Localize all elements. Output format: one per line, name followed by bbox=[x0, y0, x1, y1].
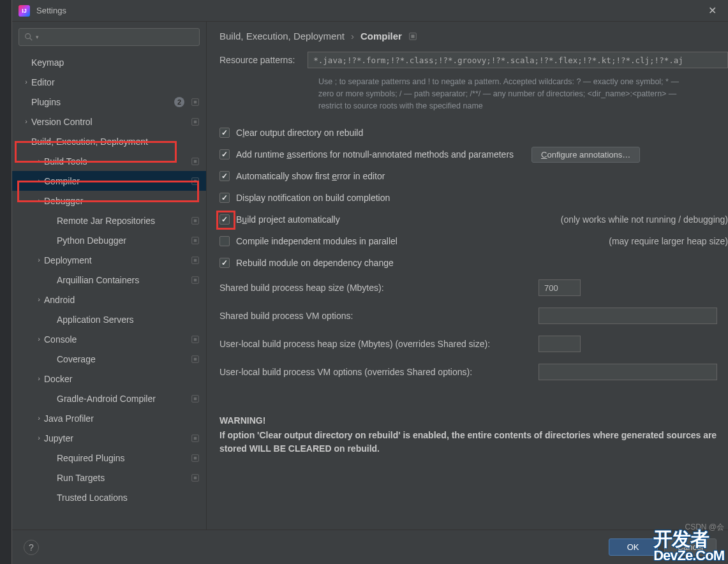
cancel-button[interactable]: Cancel bbox=[664, 538, 717, 556]
tree-item-required-plugins[interactable]: Required Plugins bbox=[12, 448, 206, 468]
checkbox-label: Clear output directory on rebuild bbox=[236, 128, 363, 138]
tree-item-label: Build, Execution, Deployment bbox=[31, 137, 200, 147]
tree-item-label: Gradle-Android Compiler bbox=[57, 394, 188, 404]
tree-item-label: Run Targets bbox=[57, 473, 188, 483]
user-heap-input[interactable] bbox=[539, 336, 581, 352]
tree-item-plugins[interactable]: Plugins2 bbox=[12, 92, 206, 112]
checkbox-icon[interactable] bbox=[219, 171, 230, 181]
chevron-icon[interactable]: ⌄ bbox=[21, 137, 31, 145]
checkbox-auto-show-first-error[interactable]: Automatically show first error in editor bbox=[219, 165, 728, 187]
chevron-icon[interactable]: › bbox=[34, 197, 44, 204]
search-icon bbox=[24, 33, 33, 41]
breadcrumb-current: Compiler bbox=[360, 31, 402, 41]
checkbox-icon[interactable] bbox=[219, 214, 230, 225]
dialog-body: ▾ Keymap›EditorPlugins2›Version Control⌄… bbox=[12, 22, 728, 530]
svg-rect-29 bbox=[194, 476, 197, 479]
breadcrumb-parent[interactable]: Build, Execution, Deployment bbox=[219, 31, 345, 41]
tree-item-arquillian-containers[interactable]: Arquillian Containers bbox=[12, 270, 206, 290]
tree-item-jupyter[interactable]: ›Jupyter bbox=[12, 428, 206, 448]
user-heap-label: User-local build process heap size (Mbyt… bbox=[219, 339, 539, 349]
chevron-icon[interactable]: › bbox=[34, 414, 44, 422]
tree-item-label: Editor bbox=[31, 77, 200, 87]
tree-item-keymap[interactable]: Keymap bbox=[12, 52, 206, 72]
chevron-icon[interactable]: › bbox=[21, 78, 31, 85]
checkbox-display-notification[interactable]: Display notification on build completion bbox=[219, 187, 728, 209]
tree-item-android[interactable]: ›Android bbox=[12, 290, 206, 309]
configure-annotations-button[interactable]: Configure annotations… bbox=[531, 147, 640, 163]
ok-button[interactable]: OK bbox=[609, 538, 658, 556]
close-icon[interactable]: ✕ bbox=[703, 2, 722, 19]
chevron-icon[interactable]: › bbox=[34, 434, 44, 442]
checkbox-icon[interactable] bbox=[219, 193, 230, 203]
resource-patterns-label: Resource patterns: bbox=[219, 55, 295, 65]
svg-rect-25 bbox=[194, 436, 197, 439]
tree-item-label: Build Tools bbox=[44, 156, 188, 167]
gear-icon bbox=[408, 32, 417, 41]
vm-options-input[interactable] bbox=[539, 308, 717, 324]
chevron-icon[interactable]: › bbox=[34, 157, 44, 165]
checkbox-clear-output[interactable]: Clear output directory on rebuild bbox=[219, 122, 728, 144]
tree-item-java-profiler[interactable]: ›Java Profiler bbox=[12, 408, 206, 428]
settings-tree[interactable]: Keymap›EditorPlugins2›Version Control⌄Bu… bbox=[12, 50, 206, 530]
heap-size-input[interactable] bbox=[539, 279, 581, 296]
settings-dialog: IJ Settings ✕ ▾ Keymap›EditorPlugins2›Ve… bbox=[11, 0, 728, 564]
tree-item-debugger[interactable]: ›Debugger bbox=[12, 191, 206, 211]
tree-item-gradle-android-compiler[interactable]: Gradle-Android Compiler bbox=[12, 389, 206, 408]
tree-item-build-execution-deployment[interactable]: ⌄Build, Execution, Deployment bbox=[12, 131, 206, 151]
chevron-icon[interactable]: › bbox=[34, 335, 44, 343]
tree-item-label: Coverage bbox=[57, 354, 188, 364]
chevron-icon[interactable]: › bbox=[34, 375, 44, 382]
checkbox-label: Rebuild module on dependency change bbox=[236, 258, 394, 268]
checkbox-compile-parallel[interactable]: Compile independent modules in parallel … bbox=[219, 230, 728, 252]
tree-item-editor[interactable]: ›Editor bbox=[12, 72, 206, 92]
tree-item-version-control[interactable]: ›Version Control bbox=[12, 112, 206, 131]
tree-item-application-servers[interactable]: Application Servers bbox=[12, 309, 206, 329]
tree-item-trusted-locations[interactable]: Trusted Locations bbox=[12, 487, 206, 507]
tree-item-console[interactable]: ›Console bbox=[12, 329, 206, 349]
svg-rect-17 bbox=[194, 278, 197, 281]
chevron-icon[interactable]: › bbox=[34, 177, 44, 184]
tree-item-label: Plugins bbox=[31, 97, 174, 107]
checkbox-icon[interactable] bbox=[219, 128, 230, 138]
chevron-icon[interactable]: › bbox=[34, 256, 44, 263]
search-input[interactable]: ▾ bbox=[19, 28, 200, 46]
help-button[interactable]: ? bbox=[24, 540, 39, 555]
breadcrumb: Build, Execution, Deployment › Compiler bbox=[219, 31, 728, 41]
user-vm-input[interactable] bbox=[539, 364, 717, 380]
checkbox-build-project-automatically[interactable]: Build project automatically (only works … bbox=[219, 209, 728, 230]
user-vm-label: User-local build process VM options (ove… bbox=[219, 367, 539, 377]
tree-item-docker[interactable]: ›Docker bbox=[12, 369, 206, 389]
checkbox-label: Compile independent modules in parallel bbox=[236, 236, 397, 246]
tree-item-python-debugger[interactable]: Python Debugger bbox=[12, 230, 206, 250]
chevron-icon[interactable]: › bbox=[21, 117, 31, 125]
tree-item-run-targets[interactable]: Run Targets bbox=[12, 468, 206, 487]
checkbox-rebuild-on-dependency-change[interactable]: Rebuild module on dependency change bbox=[219, 252, 728, 274]
tree-item-label: Android bbox=[44, 295, 200, 305]
window-title: Settings bbox=[36, 6, 66, 15]
tree-item-label: Deployment bbox=[44, 255, 188, 265]
tree-item-label: Jupyter bbox=[44, 433, 188, 443]
checkbox-icon[interactable] bbox=[219, 258, 230, 268]
tree-item-compiler[interactable]: ›Compiler bbox=[12, 171, 206, 191]
checkbox-add-runtime-assertions[interactable]: Add runtime assertions for notnull-annot… bbox=[219, 144, 728, 165]
tree-item-remote-jar-repositories[interactable]: Remote Jar Repositories bbox=[12, 211, 206, 230]
svg-rect-23 bbox=[194, 397, 197, 399]
resource-patterns-input[interactable] bbox=[308, 52, 728, 68]
checkbox-icon[interactable] bbox=[219, 149, 230, 160]
tree-item-build-tools[interactable]: ›Build Tools bbox=[12, 151, 206, 171]
chevron-icon[interactable]: › bbox=[34, 295, 44, 303]
badge: 2 bbox=[174, 97, 184, 107]
checkbox-icon[interactable] bbox=[219, 236, 230, 246]
tree-item-coverage[interactable]: Coverage bbox=[12, 349, 206, 369]
warning-block: WARNING! If option 'Clear output directo… bbox=[219, 414, 728, 456]
tree-item-label: Compiler bbox=[44, 176, 188, 186]
tree-item-label: Remote Jar Repositories bbox=[57, 216, 188, 226]
resource-patterns-help: Use ; to separate patterns and ! to nega… bbox=[318, 76, 728, 112]
tree-item-label: Arquillian Containers bbox=[57, 275, 188, 285]
tree-item-label: Docker bbox=[44, 374, 200, 384]
tree-item-label: Keymap bbox=[31, 57, 200, 68]
tree-item-deployment[interactable]: ›Deployment bbox=[12, 250, 206, 270]
chevron-right-icon: › bbox=[351, 31, 354, 41]
svg-rect-31 bbox=[411, 34, 414, 38]
svg-rect-7 bbox=[194, 160, 197, 162]
